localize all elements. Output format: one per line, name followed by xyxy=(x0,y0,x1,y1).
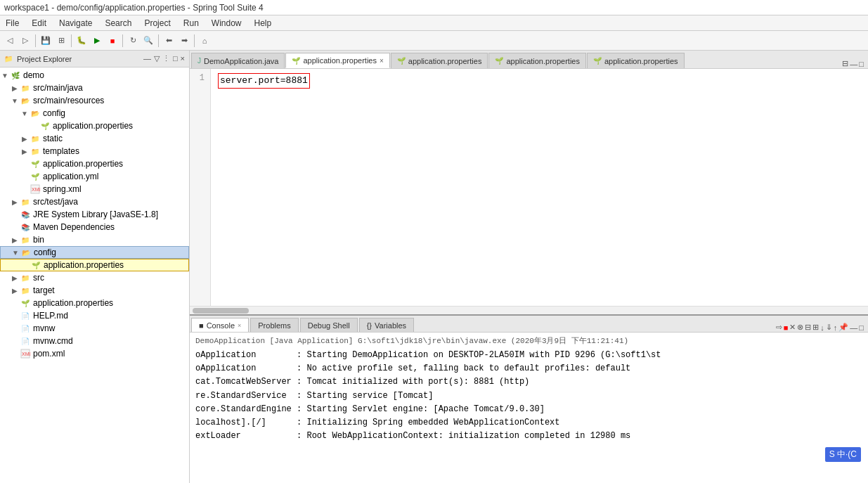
tab-app-props-2[interactable]: 🌱 application.properties xyxy=(391,53,488,68)
console-toolbar-btn5[interactable]: ⊟ xyxy=(805,323,811,332)
console-toolbar-btn4[interactable]: ⊗ xyxy=(797,323,803,332)
tree-node-pom-xml[interactable]: XMLpom.xml xyxy=(0,347,189,360)
toolbar-save[interactable]: 💾 xyxy=(39,34,53,48)
bottom-tab-debug-shell[interactable]: Debug Shell xyxy=(300,318,358,332)
console-tab-close[interactable]: × xyxy=(238,322,241,329)
console-line-2: cat.TomcatWebServer : Tomcat initialized… xyxy=(195,375,862,389)
console-toolbar-btn6[interactable]: ⊞ xyxy=(812,323,819,332)
editor-hscroll-thumb[interactable] xyxy=(193,308,249,314)
line-numbers: 1 xyxy=(190,69,211,306)
tree-node-application-props-top[interactable]: 🌱application.properties xyxy=(0,297,189,309)
tree-arrow-demo: ▼ xyxy=(0,72,10,79)
code-area[interactable]: server.port=8881 xyxy=(211,69,868,306)
console-content[interactable]: DemoApplication [Java Application] G:\so… xyxy=(190,333,868,483)
console-toolbar-btn1[interactable]: ⇨ xyxy=(776,323,782,332)
menu-file[interactable]: File xyxy=(3,18,22,29)
pe-filter-btn[interactable]: ▽ xyxy=(154,54,160,63)
tab-app-props-3[interactable]: 🌱 application.properties xyxy=(488,53,586,68)
tree-node-application-yml[interactable]: 🌱application.yml xyxy=(0,170,189,183)
editor-content[interactable]: 1 server.port=8881 xyxy=(190,69,868,306)
toolbar-search[interactable]: 🔍 xyxy=(141,34,155,48)
toolbar-save-all[interactable]: ⊞ xyxy=(54,34,68,48)
tab-label-demo: DemoApplication.java xyxy=(204,57,278,65)
tree-node-src-main-resources[interactable]: ▼📂src/main/resources xyxy=(0,94,189,107)
toolbar-arrow-left[interactable]: ⬅ xyxy=(162,34,176,48)
tree-label-config: config xyxy=(43,108,65,118)
pe-minimize-btn[interactable]: — xyxy=(143,54,151,63)
pe-minimize2-btn[interactable]: □ xyxy=(173,54,178,63)
tree-node-application-props-config[interactable]: 🌱application.properties xyxy=(0,120,189,132)
toolbar-arrow-right[interactable]: ➡ xyxy=(177,34,191,48)
tree-icon-config-bottom: 📂 xyxy=(20,247,32,258)
toolbar-run[interactable]: ▶ xyxy=(90,34,104,48)
code-value[interactable]: server.port=8881 xyxy=(218,73,310,89)
editor-tabs-menu[interactable]: ⊟ xyxy=(842,59,848,68)
menu-navigate[interactable]: Navigate xyxy=(56,18,95,29)
bottom-tab-problems[interactable]: Problems xyxy=(250,318,298,332)
tree-node-config[interactable]: ▼📂config xyxy=(0,107,189,120)
tree-icon-templates: 📁 xyxy=(30,146,41,157)
tree-icon-help-md: 📄 xyxy=(20,310,31,321)
menu-search[interactable]: Search xyxy=(102,18,134,29)
toolbar-forward[interactable]: ▷ xyxy=(18,34,32,48)
tree-node-help-md[interactable]: 📄HELP.md xyxy=(0,309,189,322)
tree-node-maven-deps[interactable]: 📚Maven Dependencies xyxy=(0,221,189,233)
ime-indicator[interactable]: S 中·(C xyxy=(825,447,861,462)
tree-node-mvnw[interactable]: 📄mvnw xyxy=(0,322,189,335)
console-min-btn[interactable]: — xyxy=(850,323,857,332)
menu-run[interactable]: Run xyxy=(181,18,202,29)
tab-label-3: application.properties xyxy=(506,57,580,65)
menu-help[interactable]: Help xyxy=(252,18,275,29)
editor-max[interactable]: □ xyxy=(859,60,864,68)
console-toolbar-btn2[interactable]: ■ xyxy=(784,323,789,332)
tree-node-jre-library[interactable]: 📚JRE System Library [JavaSE-1.8] xyxy=(0,208,189,221)
pe-close-btn[interactable]: × xyxy=(181,54,185,63)
toolbar-back[interactable]: ◁ xyxy=(3,34,17,48)
tree-node-bin[interactable]: ▶📁bin xyxy=(0,233,189,246)
tree-node-spring-xml[interactable]: XMLspring.xml xyxy=(0,183,189,195)
main-area: 📁 Project Explorer — ▽ ⋮ □ × ▼🌿demo▶📁src… xyxy=(0,51,868,483)
editor-min[interactable]: — xyxy=(850,60,857,68)
bottom-tab-console[interactable]: ■ Console × xyxy=(191,318,249,332)
menu-window[interactable]: Window xyxy=(209,18,245,29)
tree-arrow-src-test-java: ▶ xyxy=(10,198,20,206)
tree-node-src-main-java[interactable]: ▶📁src/main/java xyxy=(0,82,189,94)
tree-node-config-bottom[interactable]: ▼📂config xyxy=(0,246,189,259)
tree-node-target[interactable]: ▶📁target xyxy=(0,284,189,297)
tree-icon-application-props-top: 🌱 xyxy=(20,297,31,309)
tree-node-mvnw-cmd[interactable]: 📄mvnw.cmd xyxy=(0,335,189,347)
editor-hscrollbar[interactable] xyxy=(190,306,868,314)
tree-label-src-bottom: src xyxy=(33,273,44,283)
tree-node-src-bottom[interactable]: ▶📁src xyxy=(0,271,189,284)
tab-app-props-active[interactable]: 🌱 application.properties × xyxy=(285,53,389,68)
toolbar-home[interactable]: ⌂ xyxy=(197,34,212,48)
console-max-btn[interactable]: □ xyxy=(859,323,864,332)
console-toolbar-btn7[interactable]: ↓ xyxy=(820,323,824,332)
toolbar-debug[interactable]: 🐛 xyxy=(75,34,89,48)
menu-edit[interactable]: Edit xyxy=(29,18,49,29)
bottom-tab-variables[interactable]: {} Variables xyxy=(359,318,414,332)
tree-node-application-props-selected[interactable]: 🌱application.properties xyxy=(0,259,189,271)
toolbar-stop[interactable]: ■ xyxy=(105,34,119,48)
tree-node-src-test-java[interactable]: ▶📁src/test/java xyxy=(0,195,189,208)
tab-close-active[interactable]: × xyxy=(380,57,384,65)
tab-app-props-4[interactable]: 🌱 application.properties xyxy=(587,53,685,68)
pe-menu-btn[interactable]: ⋮ xyxy=(162,54,170,63)
toolbar-refresh[interactable]: ↻ xyxy=(126,34,140,48)
console-pin-btn[interactable]: 📌 xyxy=(838,323,848,332)
console-toolbar-btn9[interactable]: ↑ xyxy=(834,323,838,332)
tree-label-application-props-config: application.properties xyxy=(53,121,133,131)
menu-project[interactable]: Project xyxy=(141,18,173,29)
project-explorer-header: 📁 Project Explorer — ▽ ⋮ □ × xyxy=(0,51,189,67)
tree-label-bin: bin xyxy=(33,235,44,245)
tab-demo-application[interactable]: J DemoApplication.java xyxy=(191,53,285,68)
tree-icon-application-props-config: 🌱 xyxy=(39,120,51,131)
menu-bar: File Edit Navigate Search Project Run Wi… xyxy=(0,15,868,31)
console-toolbar-btn8[interactable]: ⇓ xyxy=(826,323,832,332)
tree-node-templates[interactable]: ▶📁templates xyxy=(0,145,189,157)
console-toolbar-btn3[interactable]: ✕ xyxy=(789,323,796,332)
tree-node-static[interactable]: ▶📁static xyxy=(0,132,189,145)
tree-icon-target: 📁 xyxy=(20,285,31,296)
tree-node-demo[interactable]: ▼🌿demo xyxy=(0,69,189,82)
tree-node-application-props-root[interactable]: 🌱application.properties xyxy=(0,157,189,170)
